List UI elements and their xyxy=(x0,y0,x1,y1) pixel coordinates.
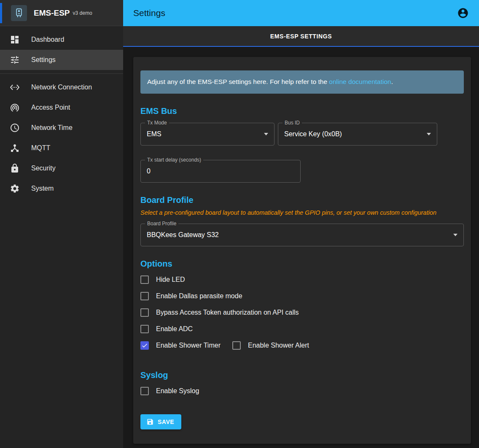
sidebar-item-label: System xyxy=(31,185,54,192)
checkbox-box[interactable] xyxy=(140,275,149,284)
sidebar-item-security[interactable]: Security xyxy=(0,158,123,178)
sidebar-nav: Dashboard Settings Network Connection xyxy=(0,26,123,199)
checkbox-shower-alert[interactable]: Enable Shower Alert xyxy=(232,341,309,350)
alert-text: Adjust any of the EMS-ESP settings here.… xyxy=(147,78,329,85)
sidebar-item-access-point[interactable]: Access Point xyxy=(0,97,123,118)
sidebar-item-label: Network Connection xyxy=(31,84,92,91)
checkbox-shower-timer[interactable]: Enable Shower Timer xyxy=(140,341,221,350)
checkbox-box[interactable] xyxy=(140,387,149,395)
gear-icon xyxy=(10,184,20,194)
lock-icon xyxy=(10,163,20,173)
sidebar-item-label: Security xyxy=(31,165,56,172)
settings-ethernet-icon xyxy=(10,82,20,92)
section-heading-board-profile: Board Profile xyxy=(140,195,464,205)
save-icon xyxy=(146,418,154,426)
sidebar-item-label: Settings xyxy=(31,56,56,64)
checkbox-box[interactable] xyxy=(232,341,241,350)
sidebar-item-dashboard[interactable]: Dashboard xyxy=(0,30,123,50)
sidebar-item-label: Dashboard xyxy=(31,36,64,43)
dashboard-icon xyxy=(10,35,20,45)
section-heading-syslog: Syslog xyxy=(140,370,464,380)
sidebar-item-settings[interactable]: Settings xyxy=(0,50,123,70)
app-version: v3 demo xyxy=(73,10,92,16)
tab-bar: EMS-ESP SETTINGS xyxy=(123,26,479,47)
sidebar-item-network-connection[interactable]: Network Connection xyxy=(0,77,123,97)
bus-id-select[interactable]: Bus ID Service Key (0x0B) xyxy=(278,123,437,146)
settings-card: Adjust any of the EMS-ESP settings here.… xyxy=(133,57,471,444)
checkbox-label: Enable Syslog xyxy=(156,387,199,395)
sidebar-item-network-time[interactable]: Network Time xyxy=(0,118,123,138)
tab-ems-esp-settings[interactable]: EMS-ESP SETTINGS xyxy=(270,33,332,40)
tx-mode-label: Tx Mode xyxy=(145,120,169,126)
checkbox-label: Bypass Access Token authorization on API… xyxy=(156,309,299,316)
board-profile-value: BBQKees Gateway S32 xyxy=(147,231,219,239)
checkbox-box[interactable] xyxy=(140,308,149,317)
sidebar-header: EMS-ESP v3 demo xyxy=(0,0,123,26)
app-logo-icon xyxy=(11,5,27,21)
tx-start-delay-value: 0 xyxy=(147,167,151,175)
sidebar: EMS-ESP v3 demo Dashboard Settings xyxy=(0,0,123,448)
appbar: Settings xyxy=(123,0,479,26)
shower-options-row: Enable Shower Timer Enable Shower Alert xyxy=(140,341,464,358)
page-title: Settings xyxy=(133,8,165,18)
checkbox-label: Enable Shower Timer xyxy=(156,342,221,349)
checkbox-box[interactable] xyxy=(140,292,149,300)
tx-start-delay-input[interactable]: Tx start delay (seconds) 0 xyxy=(140,160,301,183)
checkbox-label: Enable Shower Alert xyxy=(248,342,309,349)
sidebar-accent-bar xyxy=(0,3,2,23)
checkbox-bypass-token[interactable]: Bypass Access Token authorization on API… xyxy=(140,308,299,317)
sidebar-divider xyxy=(0,73,123,74)
chevron-down-icon xyxy=(427,133,431,135)
bus-id-value: Service Key (0x0B) xyxy=(284,130,342,138)
board-profile-hint: Select a pre-configured board layout to … xyxy=(140,209,464,216)
wifi-tethering-icon xyxy=(10,103,20,113)
checkbox-label: Hide LED xyxy=(156,276,185,283)
tune-icon xyxy=(10,55,20,65)
tx-start-delay-label: Tx start delay (seconds) xyxy=(145,157,203,163)
board-profile-select[interactable]: Board Profile BBQKees Gateway S32 xyxy=(140,224,464,246)
bus-id-label: Bus ID xyxy=(283,120,302,126)
board-profile-label: Board Profile xyxy=(145,221,178,227)
checkbox-label: Enable Dallas parasite mode xyxy=(156,292,242,300)
chevron-down-icon xyxy=(453,234,457,236)
sidebar-item-label: Access Point xyxy=(31,104,70,111)
device-hub-icon xyxy=(10,143,20,153)
alert-text-end: . xyxy=(391,78,393,85)
account-circle-icon[interactable] xyxy=(457,7,469,19)
section-heading-ems-bus: EMS Bus xyxy=(140,106,464,116)
app-title: EMS-ESP xyxy=(34,8,70,18)
checkbox-box[interactable] xyxy=(140,325,149,333)
checkbox-dallas-parasite[interactable]: Enable Dallas parasite mode xyxy=(140,292,242,300)
save-button-label: SAVE xyxy=(158,418,174,425)
sidebar-item-label: Network Time xyxy=(31,124,73,132)
sidebar-item-label: MQTT xyxy=(31,144,50,152)
checkbox-enable-syslog[interactable]: Enable Syslog xyxy=(140,387,199,395)
chevron-down-icon xyxy=(264,133,268,135)
save-button[interactable]: SAVE xyxy=(140,414,181,429)
checkbox-hide-led[interactable]: Hide LED xyxy=(140,275,185,284)
checkbox-box[interactable] xyxy=(140,341,149,350)
content-area: Adjust any of the EMS-ESP settings here.… xyxy=(123,47,479,448)
main-area: Settings EMS-ESP SETTINGS Adjust any of … xyxy=(123,0,479,448)
app-root: EMS-ESP v3 demo Dashboard Settings xyxy=(0,0,479,448)
sidebar-item-mqtt[interactable]: MQTT xyxy=(0,138,123,158)
tx-mode-select[interactable]: Tx Mode EMS xyxy=(140,123,274,146)
section-heading-options: Options xyxy=(140,259,464,269)
sidebar-item-system[interactable]: System xyxy=(0,178,123,199)
online-documentation-link[interactable]: online documentation xyxy=(329,78,391,85)
checkbox-enable-adc[interactable]: Enable ADC xyxy=(140,325,193,333)
checkbox-label: Enable ADC xyxy=(156,325,193,333)
tx-mode-value: EMS xyxy=(147,130,161,138)
info-alert: Adjust any of the EMS-ESP settings here.… xyxy=(140,70,464,94)
clock-icon xyxy=(10,123,20,133)
